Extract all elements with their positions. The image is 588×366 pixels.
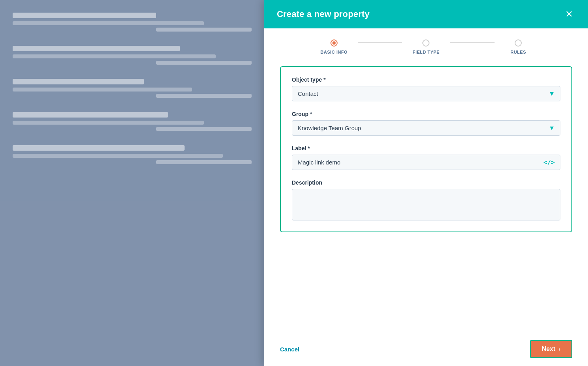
group-group: Group * Knowledge Team Group Contact Inf… [292, 111, 560, 136]
stepper-inner: BASIC INFO FIELD TYPE RULES [312, 39, 541, 54]
next-arrow-icon: › [558, 346, 560, 352]
object-type-select-wrapper: Contact Company Deal Ticket ▼ [292, 86, 560, 101]
page-background [0, 0, 264, 366]
step-line-1 [358, 42, 402, 43]
label-field-label: Label * [292, 145, 560, 151]
modal-body: Object type * Contact Company Deal Ticke… [264, 62, 588, 332]
group-select[interactable]: Knowledge Team Group Contact Information… [292, 120, 560, 136]
step-field-type: FIELD TYPE [404, 39, 448, 54]
group-select-wrapper: Knowledge Team Group Contact Information… [292, 120, 560, 136]
bg-row-1 [8, 8, 256, 30]
next-button[interactable]: Next › [530, 340, 572, 358]
object-type-group: Object type * Contact Company Deal Ticke… [292, 77, 560, 101]
modal-header: Create a new property ✕ [264, 0, 588, 28]
modal-footer: Cancel Next › [264, 332, 588, 366]
bg-row-4 [8, 107, 256, 129]
bg-row-2 [8, 41, 256, 63]
label-group: Label * </> [292, 145, 560, 170]
close-button[interactable]: ✕ [563, 8, 575, 21]
description-textarea[interactable] [292, 189, 560, 220]
step-circle-field-type [422, 39, 429, 47]
label-input[interactable] [292, 155, 560, 170]
next-button-label: Next [542, 345, 556, 353]
description-group: Description [292, 179, 560, 222]
step-label-rules: RULES [510, 50, 526, 54]
background-rows [0, 0, 264, 181]
step-label-basic-info: BASIC INFO [321, 50, 348, 54]
code-icon[interactable]: </> [543, 159, 555, 166]
object-type-label: Object type * [292, 77, 560, 83]
step-rules: RULES [496, 39, 541, 54]
bg-row-5 [8, 140, 256, 162]
step-circle-basic-info [330, 39, 338, 47]
step-basic-info: BASIC INFO [312, 39, 357, 54]
bg-row-3 [8, 74, 256, 96]
group-label: Group * [292, 111, 560, 117]
cancel-button[interactable]: Cancel [280, 342, 299, 357]
modal-title: Create a new property [277, 9, 370, 19]
object-type-select[interactable]: Contact Company Deal Ticket [292, 86, 560, 101]
step-label-field-type: FIELD TYPE [413, 50, 440, 54]
step-line-2 [450, 42, 495, 43]
stepper: BASIC INFO FIELD TYPE RULES [264, 28, 588, 62]
modal-panel: Create a new property ✕ BASIC INFO FIELD… [264, 0, 588, 366]
label-input-wrapper: </> [292, 155, 560, 170]
description-label: Description [292, 179, 560, 186]
form-section: Object type * Contact Company Deal Ticke… [280, 66, 572, 232]
step-circle-rules [515, 39, 522, 47]
